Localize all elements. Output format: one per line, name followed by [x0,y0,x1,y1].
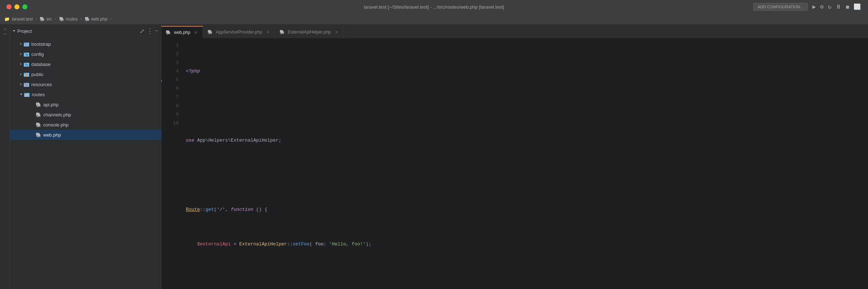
folder-icon-routes: 🐘 [24,92,30,97]
breakpoint-icon: ⬤ [161,76,162,85]
breadcrumb-folder-icon: 📁 [4,17,10,22]
chevron-right-icon [20,53,22,55]
maximize-button[interactable] [22,4,27,9]
breadcrumb-sep-1: › [35,17,37,22]
folder-icon-public [23,72,30,77]
sidebar-label-database: database [31,62,51,67]
ln-8: 8 [161,102,179,110]
php-icon-web: 🐘 [35,132,42,137]
pause-icon[interactable]: ⏸ [835,3,842,11]
svg-point-10 [26,74,28,76]
breadcrumb-project[interactable]: laravel.test [12,17,33,22]
ln-4: 4 [161,67,179,76]
sidebar-label-web-php: web.php [43,132,61,138]
settings-icon[interactable]: ⚙ [819,3,824,11]
sidebar-item-routes[interactable]: 🐘 routes [10,89,161,99]
sidebar-label-config: config [31,52,44,57]
window-controls[interactable] [6,4,27,9]
code-line-5: Route::get('/', function () { [186,205,864,214]
gutter-label-2: 1 [3,33,7,35]
sidebar-item-channels-php[interactable]: 🐘 channels.php [10,110,161,120]
ln-7: 7 [161,93,179,102]
sidebar-label-bootstrap: bootstrap [31,41,51,47]
sidebar-item-api-php[interactable]: 🐘 api.php [10,99,161,110]
sidebar-expand-icon[interactable]: ⤢ [140,28,144,35]
tab-web-php[interactable]: 🐘 web.php ✕ [161,26,203,38]
code-line-4 [186,171,864,179]
sidebar-item-config[interactable]: config [10,49,161,59]
breadcrumb-webphp[interactable]: 🐘 web.php [85,17,108,22]
sidebar-label-routes: routes [32,92,45,97]
sidebar-item-bootstrap[interactable]: bootstrap [10,39,161,49]
title-bar-right: ADD CONFIGURATION... ▶ ⚙ ↻ ⏸ ◼ ⬜ [753,3,862,11]
right-scrollbar[interactable] [864,38,868,289]
left-gutter: 1: 1 [0,25,10,289]
svg-rect-12 [24,83,26,84]
code-editor[interactable]: 1 2 3 4 ⬤ 5 6 7 8 9 10 <?php u [161,38,868,289]
sidebar-item-web-php[interactable]: 🐘 web.php [10,130,161,140]
sidebar-label-resources: resources [31,82,52,87]
gutter-label-1: 1: [3,27,7,30]
sidebar-menu-icon[interactable]: ⋮ [147,27,153,35]
tab-label-external-api: ExternalApiHelper.php [288,30,331,35]
svg-point-7 [25,64,28,66]
sidebar-label-console-php: console.php [43,122,68,128]
tab-close-web-php[interactable]: ✕ [193,30,198,35]
sidebar-item-public[interactable]: public [10,69,161,79]
main-layout: 1: 1 Project ⤢ ⋮ − bootstrap [0,25,868,289]
minimize-button[interactable] [14,4,19,9]
ln-10: 10 [161,119,179,128]
sidebar-item-console-php[interactable]: 🐘 console.php [10,120,161,130]
breadcrumb-end: › [109,17,112,22]
ln-9: 9 [161,110,179,119]
sidebar-tree: bootstrap config database [10,37,161,289]
svg-rect-13 [25,84,28,86]
ln-2: 2 [161,50,179,58]
tab-app-service-provider[interactable]: 🐘 AppServiceProvider.php ✕ [203,26,275,38]
breadcrumb: 📁 laravel.test › 🐘 src › 🐘 routes › 🐘 we… [0,14,868,25]
toolbar-icons: ▶ ⚙ ↻ ⏸ ◼ ⬜ [811,3,862,11]
svg-rect-1 [24,43,26,44]
editor-area: 🐘 web.php ✕ 🐘 AppServiceProvider.php ✕ 🐘… [161,25,868,289]
sidebar-item-resources[interactable]: resources [10,79,161,89]
code-content[interactable]: <?php use App\Helpers\ExternalApiHelper;… [183,38,864,289]
folder-icon-config [23,52,30,57]
tab-close-app-service[interactable]: ✕ [265,30,270,35]
close-button[interactable] [6,4,12,9]
sidebar-minus-icon[interactable]: − [155,28,158,34]
run-icon[interactable]: ▶ [811,3,816,11]
svg-rect-6 [24,63,26,64]
php-icon-console: 🐘 [35,122,42,127]
debug-icon[interactable]: ↻ [827,3,832,11]
tab-icon-app-service: 🐘 [207,30,213,35]
breadcrumb-src[interactable]: 🐘 src [40,17,52,22]
folder-icon-bootstrap [23,41,30,46]
breadcrumb-routes[interactable]: 🐘 routes [59,17,78,22]
tab-external-api-helper[interactable]: 🐘 ExternalApiHelper.php ✕ [275,26,344,38]
chevron-right-icon [20,63,22,66]
sidebar-item-database[interactable]: database [10,59,161,69]
sidebar-header: Project ⤢ ⋮ − [10,25,161,37]
svg-rect-9 [24,73,26,74]
tab-close-external-api[interactable]: ✕ [334,30,339,35]
svg-rect-3 [24,53,26,54]
sidebar-label-public: public [31,72,44,77]
chevron-right-icon [20,73,22,76]
chevron-right-icon [20,83,22,86]
stop-icon[interactable]: ◼ [845,3,850,11]
chevron-down-icon [20,94,22,95]
tab-label-app-service: AppServiceProvider.php [216,30,262,35]
tab-icon-web-php: 🐘 [166,30,171,35]
svg-text:🐘: 🐘 [25,94,28,97]
chevron-right-icon [20,43,22,45]
sidebar-label-api-php: api.php [43,102,59,107]
line-numbers: 1 2 3 4 ⬤ 5 6 7 8 9 10 [161,38,183,289]
code-line-1: <?php [186,67,864,76]
terminal-icon[interactable]: ⬜ [853,3,862,11]
code-line-3: use App\Helpers\ExternalApiHelper; [186,136,864,145]
php-icon-channels: 🐘 [35,112,42,117]
sidebar-collapse-icon[interactable] [13,30,15,32]
ln-5: ⬤ 5 [161,76,179,84]
sidebar: Project ⤢ ⋮ − bootstrap config [10,25,161,289]
add-configuration-button[interactable]: ADD CONFIGURATION... [753,3,808,11]
